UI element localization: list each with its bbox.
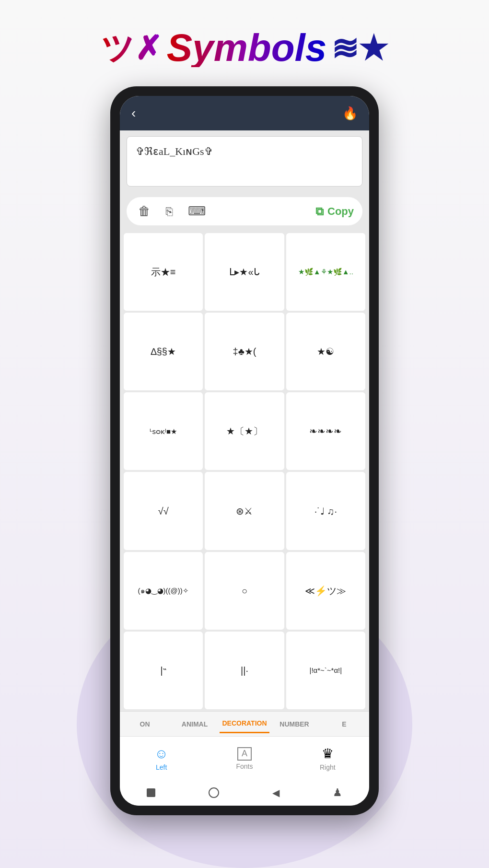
symbol-text: 示★≡	[151, 266, 176, 278]
symbol-text: ★🌿▲⚘★🌿▲..	[298, 267, 353, 277]
nav-icon-right: ♛	[322, 746, 334, 762]
bottom-nav: ☺LeftAFonts♛Right	[120, 736, 369, 779]
nav-label-left: Left	[156, 763, 167, 771]
symbol-cell[interactable]: ||·	[205, 632, 284, 709]
nav-item-right[interactable]: ♛Right	[286, 746, 369, 771]
symbol-text: ᒪ▸★«ᒐ	[229, 266, 259, 278]
symbol-text: ‡♣★(	[233, 345, 256, 358]
nav-item-left[interactable]: ☺Left	[120, 746, 203, 771]
text-display[interactable]: ✞ℜɛaL_KıɴGs✞	[127, 136, 362, 187]
phone-frame: ‹ 🔥 ✞ℜɛaL_KıɴGs✞ 🗑 ⎘ ⌨ ⧉ Copy 示★≡ᒪ▸★«ᒐ★🌿…	[110, 86, 379, 815]
nav-label-right: Right	[320, 763, 336, 771]
fire-icon[interactable]: 🔥	[342, 106, 358, 121]
symbol-text: (๑◕‿◕)((@))✧	[138, 586, 189, 596]
android-home-button[interactable]	[209, 787, 219, 798]
symbol-text: ᴸsᴑᴋᴶ■★	[150, 427, 177, 436]
symbol-cell[interactable]: (๑◕‿◕)((@))✧	[124, 552, 203, 630]
symbol-text: ≪⚡ツ≫	[305, 585, 346, 597]
tab-item-number[interactable]: NUMBER	[269, 716, 319, 733]
symbol-text: ❧❧❧❧	[309, 425, 342, 437]
symbol-cell[interactable]: ○	[205, 552, 284, 630]
symbol-cell[interactable]: ∆§§★	[124, 313, 203, 390]
nav-icon-fonts: A	[237, 747, 252, 761]
share-button[interactable]: ⎘	[163, 202, 175, 221]
copy-label: Copy	[327, 205, 354, 218]
nav-icon-left: ☺	[154, 746, 168, 762]
symbol-text: |!α*~`~*α!|	[309, 666, 342, 675]
symbol-cell[interactable]: ≪⚡ツ≫	[286, 552, 365, 630]
symbol-text: √√	[158, 505, 169, 517]
delete-button[interactable]: 🗑	[135, 201, 153, 222]
symbol-text: ★〔★〕	[226, 425, 263, 437]
action-bar-inner: 🗑 ⎘ ⌨ ⧉ Copy	[127, 197, 362, 225]
symbol-cell[interactable]: |˵	[124, 632, 203, 709]
symbol-text: ∆§§★	[151, 345, 175, 358]
symbol-text: ★☯	[317, 345, 334, 358]
symbol-text: |˵	[161, 664, 166, 677]
tab-item-decoration[interactable]: DECORATION	[220, 715, 269, 733]
title-kanji: ツ✗	[101, 32, 162, 64]
text-input-area: ✞ℜɛaL_KıɴGs✞	[120, 130, 369, 192]
symbol-cell[interactable]: ★☯	[286, 313, 365, 390]
android-back-button[interactable]: ◀	[272, 787, 279, 798]
top-bar: ‹ 🔥	[120, 96, 369, 130]
symbol-cell[interactable]: |!α*~`~*α!|	[286, 632, 365, 709]
symbol-cell[interactable]: ·˙♩ ♫·	[286, 472, 365, 550]
symbol-text: ·˙♩ ♫·	[314, 505, 337, 517]
copy-button[interactable]: ⧉ Copy	[315, 205, 354, 218]
android-square-button[interactable]	[147, 788, 155, 797]
symbol-cell[interactable]: ⊛⚔	[205, 472, 284, 550]
symbol-cell[interactable]: √√	[124, 472, 203, 550]
symbol-text: ○	[242, 585, 247, 597]
nav-label-fonts: Fonts	[236, 762, 253, 770]
symbol-grid: 示★≡ᒪ▸★«ᒐ★🌿▲⚘★🌿▲..∆§§★‡♣★(★☯ᴸsᴑᴋᴶ■★★〔★〕❧❧…	[120, 231, 369, 711]
keyboard-button[interactable]: ⌨	[185, 201, 209, 222]
nav-item-fonts[interactable]: AFonts	[203, 747, 286, 770]
title-symbols: Symbols	[167, 29, 326, 67]
phone-inner: ‹ 🔥 ✞ℜɛaL_KıɴGs✞ 🗑 ⎘ ⌨ ⧉ Copy 示★≡ᒪ▸★«ᒐ★🌿…	[120, 96, 369, 806]
symbol-cell[interactable]: ★〔★〕	[205, 392, 284, 470]
symbol-cell[interactable]: ᒪ▸★«ᒐ	[205, 233, 284, 311]
app-title: ツ✗ Symbols ≋★	[101, 29, 388, 67]
symbol-cell[interactable]: 示★≡	[124, 233, 203, 311]
tab-bar: ONANIMALDECORATIONNUMBERE	[120, 711, 369, 736]
copy-icon: ⧉	[315, 205, 324, 218]
action-bar: 🗑 ⎘ ⌨ ⧉ Copy	[120, 192, 369, 231]
back-button[interactable]: ‹	[131, 106, 136, 121]
symbol-cell[interactable]: ᴸsᴑᴋᴶ■★	[124, 392, 203, 470]
tab-item-on[interactable]: ON	[120, 716, 170, 733]
symbol-text: ||·	[241, 664, 248, 677]
symbol-cell[interactable]: ‡♣★(	[205, 313, 284, 390]
android-person-button[interactable]: ♟	[333, 786, 342, 799]
android-nav: ◀ ♟	[120, 779, 369, 806]
symbol-cell[interactable]: ★🌿▲⚘★🌿▲..	[286, 233, 365, 311]
symbol-cell[interactable]: ❧❧❧❧	[286, 392, 365, 470]
title-right: ≋★	[331, 32, 388, 64]
symbol-text: ⊛⚔	[236, 505, 253, 517]
tab-item-e[interactable]: E	[319, 716, 369, 733]
tab-item-animal[interactable]: ANIMAL	[170, 716, 220, 733]
